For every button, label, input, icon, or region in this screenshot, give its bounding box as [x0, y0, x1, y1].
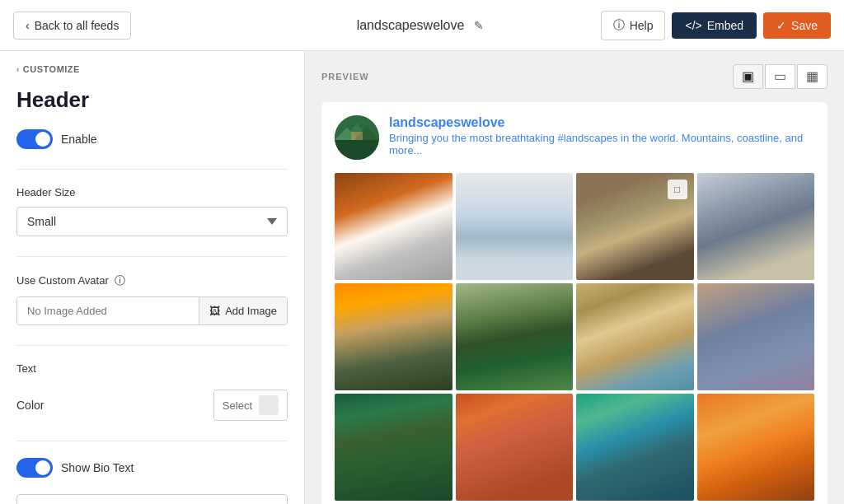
grid-image-8[interactable]: [697, 283, 815, 390]
help-label: Help: [630, 19, 654, 32]
grid-image-5[interactable]: [335, 283, 452, 390]
copy-icon: □: [668, 180, 687, 199]
back-label: Back to all feeds: [35, 19, 120, 32]
svg-rect-1: [335, 140, 379, 160]
divider: [16, 169, 288, 170]
bio-input[interactable]: [16, 494, 288, 504]
grid-image-10[interactable]: [456, 394, 574, 501]
grid-image-3[interactable]: □: [576, 173, 694, 280]
chevron-left-icon: ‹: [26, 19, 30, 32]
customize-breadcrumb[interactable]: ‹ CUSTOMIZE: [0, 51, 304, 81]
top-nav: ‹ Back to all feeds landscapeswelove ✎ ⓘ…: [0, 0, 844, 51]
add-image-button[interactable]: 🖼 Add Image: [199, 297, 287, 324]
feed-preview: landscapeswelove Bringing you the most b…: [321, 102, 828, 504]
grid-image-1[interactable]: [335, 173, 452, 280]
help-button[interactable]: ⓘ Help: [601, 11, 666, 40]
grid-image-12[interactable]: [697, 394, 815, 501]
customize-label-text: CUSTOMIZE: [23, 64, 80, 74]
profile-info: landscapeswelove Bringing you the most b…: [389, 115, 814, 156]
mobile-view-button[interactable]: ▦: [797, 64, 828, 89]
grid-image-11[interactable]: [576, 394, 694, 501]
preview-header: PREVIEW ▣ ▭ ▦: [321, 64, 828, 89]
image-grid: □: [335, 173, 814, 501]
profile-avatar: [335, 115, 379, 160]
enable-label: Enable: [61, 133, 97, 146]
color-label: Color: [16, 399, 44, 412]
embed-button[interactable]: </> Embed: [672, 12, 757, 39]
preview-label: PREVIEW: [321, 72, 369, 82]
text-section: Text: [0, 362, 304, 390]
show-bio-row: Show Bio Text: [0, 458, 304, 494]
profile-bio: Bringing you the most breathtaking #land…: [389, 132, 814, 156]
show-bio-toggle[interactable]: [16, 458, 53, 478]
color-row: Color Select: [0, 390, 304, 437]
enable-toggle[interactable]: [16, 129, 53, 149]
grid-image-4[interactable]: [697, 173, 815, 280]
color-select-text: Select: [223, 399, 252, 412]
grid-image-7[interactable]: [576, 283, 694, 390]
feed-name-area: landscapeswelove ✎: [357, 17, 488, 34]
section-title: Header: [0, 81, 304, 113]
save-label: Save: [791, 19, 818, 32]
feed-profile: landscapeswelove Bringing you the most b…: [335, 115, 814, 160]
help-icon: ⓘ: [613, 18, 625, 33]
back-button[interactable]: ‹ Back to all feeds: [13, 12, 131, 40]
grid-image-9[interactable]: [335, 394, 452, 501]
divider-4: [16, 441, 288, 441]
image-icon: 🖼: [209, 305, 220, 317]
custom-avatar-section: Use Custom Avatar ⓘ 🖼 Add Image: [0, 273, 304, 342]
custom-avatar-label: Use Custom Avatar ⓘ: [16, 273, 288, 288]
code-icon: </>: [685, 19, 701, 32]
device-buttons: ▣ ▭ ▦: [733, 64, 828, 89]
feed-name: landscapeswelove: [357, 18, 465, 33]
grid-image-2[interactable]: [456, 173, 574, 280]
enable-toggle-row: Enable: [0, 129, 304, 166]
save-button[interactable]: ✓ Save: [763, 12, 831, 39]
avatar-field: 🖼 Add Image: [16, 296, 288, 325]
divider-2: [16, 256, 288, 257]
sidebar: ‹ CUSTOMIZE Header Enable Header Size Sm…: [0, 51, 305, 504]
header-size-section: Header Size Small Medium Large: [0, 186, 304, 253]
avatar-input[interactable]: [17, 297, 199, 324]
profile-name: landscapeswelove: [389, 115, 814, 130]
checkmark-icon: ✓: [776, 19, 786, 32]
header-size-label: Header Size: [16, 186, 288, 198]
main-layout: ‹ CUSTOMIZE Header Enable Header Size Sm…: [0, 51, 844, 504]
divider-3: [16, 345, 288, 346]
color-swatch: [259, 395, 279, 415]
preview-area: PREVIEW ▣ ▭ ▦: [305, 51, 844, 504]
desktop-view-button[interactable]: ▣: [733, 64, 763, 89]
text-label: Text: [16, 362, 288, 375]
show-bio-label: Show Bio Text: [61, 461, 134, 474]
embed-label: Embed: [707, 19, 743, 32]
chevron-left-icon: ‹: [16, 65, 20, 74]
tablet-view-button[interactable]: ▭: [765, 64, 795, 89]
edit-feed-name-button[interactable]: ✎: [471, 17, 487, 34]
avatar-image: [335, 115, 379, 160]
grid-image-6[interactable]: [456, 283, 574, 390]
info-icon: ⓘ: [115, 274, 125, 287]
header-size-select[interactable]: Small Medium Large: [16, 207, 288, 236]
add-image-label: Add Image: [225, 305, 277, 317]
nav-actions: ⓘ Help </> Embed ✓ Save: [601, 11, 831, 40]
svg-rect-5: [351, 132, 363, 140]
color-select-button[interactable]: Select: [213, 390, 288, 421]
